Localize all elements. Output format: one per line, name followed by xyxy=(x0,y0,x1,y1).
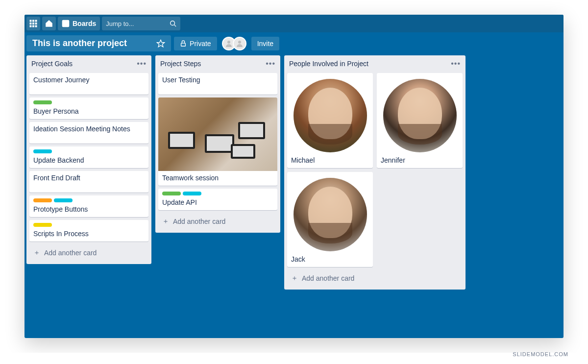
plus-icon: ＋ xyxy=(33,248,40,257)
svg-rect-6 xyxy=(30,25,31,27)
svg-rect-0 xyxy=(30,20,31,22)
person-name: Michael xyxy=(291,156,369,164)
card-title: Ideation Session Meeting Notes xyxy=(33,125,130,133)
search-input[interactable] xyxy=(106,20,160,27)
label-green[interactable] xyxy=(162,192,181,195)
card-cover-image xyxy=(158,97,277,171)
person-card[interactable]: Michael xyxy=(287,73,373,168)
svg-point-16 xyxy=(238,41,241,44)
person-card[interactable]: Jack xyxy=(287,172,373,267)
card-labels xyxy=(162,192,273,195)
search-icon xyxy=(170,20,176,27)
privacy-button[interactable]: Private xyxy=(174,37,217,50)
svg-rect-2 xyxy=(35,20,37,22)
person-icon xyxy=(225,40,233,48)
card-title: Front End Draft xyxy=(33,174,80,182)
card-title: Prototype Buttons xyxy=(33,205,88,213)
avatar xyxy=(383,79,457,152)
svg-rect-3 xyxy=(30,23,31,24)
add-card-label: Add another card xyxy=(44,249,97,257)
list-title[interactable]: Project Goals xyxy=(31,60,73,68)
card-title: Buyer Persona xyxy=(33,107,79,115)
card-title: Customer Journey xyxy=(33,76,89,84)
card-title: Update API xyxy=(162,198,197,206)
search-input-wrap[interactable] xyxy=(102,17,180,30)
add-card-button[interactable]: ＋ Add another card xyxy=(287,270,463,287)
svg-rect-9 xyxy=(63,21,69,27)
list-title[interactable]: Project Steps xyxy=(160,60,201,68)
person-card[interactable]: Jennifer xyxy=(377,73,463,168)
svg-rect-7 xyxy=(33,25,34,27)
boards-button[interactable]: Boards xyxy=(58,17,100,30)
board-title-text: This is another project xyxy=(32,38,127,49)
boards-icon xyxy=(62,20,70,27)
label-blue[interactable] xyxy=(33,149,52,153)
board-title[interactable]: This is another project xyxy=(26,35,171,51)
home-button[interactable] xyxy=(42,17,56,30)
list-project-goals: Project Goals ••• Customer Journey Buyer… xyxy=(26,55,151,264)
card[interactable]: User Testing xyxy=(158,73,277,95)
grid-icon xyxy=(29,20,37,27)
star-icon[interactable] xyxy=(156,39,165,48)
label-yellow[interactable] xyxy=(33,223,52,227)
card[interactable]: Update API xyxy=(158,189,277,210)
list-project-steps: Project Steps ••• User Testing Teamwork … xyxy=(155,55,280,233)
invite-label: Invite xyxy=(257,40,273,48)
board-members[interactable] xyxy=(220,37,248,50)
svg-point-11 xyxy=(171,21,175,25)
label-blue[interactable] xyxy=(54,198,73,202)
list-title[interactable]: People Involved in Project xyxy=(289,60,368,68)
card-title: Update Backend xyxy=(33,156,84,164)
card-labels xyxy=(33,198,145,202)
svg-line-12 xyxy=(174,25,176,27)
list-people-involved: People Involved in Project ••• Michael J… xyxy=(284,55,466,290)
card[interactable]: Buyer Persona xyxy=(29,97,148,119)
plus-icon: ＋ xyxy=(291,274,298,283)
avatar xyxy=(294,178,367,251)
card-labels xyxy=(33,100,145,104)
svg-rect-1 xyxy=(33,20,34,22)
card[interactable]: Ideation Session Meeting Notes xyxy=(29,122,148,144)
label-green[interactable] xyxy=(33,100,52,104)
list-header: Project Steps ••• xyxy=(158,58,277,70)
app-window: Boards This is another project Private I… xyxy=(24,15,564,338)
list-menu-button[interactable]: ••• xyxy=(266,59,275,68)
invite-button[interactable]: Invite xyxy=(251,37,279,50)
add-card-label: Add another card xyxy=(173,218,225,225)
card-labels xyxy=(33,149,145,153)
member-avatar[interactable] xyxy=(233,37,246,50)
avatar xyxy=(294,79,367,152)
card[interactable]: Front End Draft xyxy=(29,171,148,193)
watermark: SLIDEMODEL.COM xyxy=(513,351,568,353)
svg-rect-14 xyxy=(181,43,186,46)
card-labels xyxy=(33,223,145,227)
label-orange[interactable] xyxy=(33,198,52,202)
card[interactable]: Prototype Buttons xyxy=(29,195,148,217)
label-blue[interactable] xyxy=(183,192,201,195)
home-icon xyxy=(45,20,53,27)
card[interactable]: Update Backend xyxy=(29,146,148,168)
card-title: Scripts In Process xyxy=(33,230,89,238)
list-header: People Involved in Project ••• xyxy=(287,58,463,70)
list-header: Project Goals ••• xyxy=(29,58,148,70)
svg-point-15 xyxy=(227,41,230,44)
person-name: Jennifer xyxy=(381,156,459,164)
board-canvas: Project Goals ••• Customer Journey Buyer… xyxy=(24,55,564,290)
person-icon xyxy=(236,40,244,48)
person-name: Jack xyxy=(291,255,369,263)
svg-rect-5 xyxy=(35,23,37,24)
add-card-button[interactable]: ＋ Add another card xyxy=(29,244,148,261)
apps-menu-button[interactable] xyxy=(26,17,40,30)
card[interactable]: Scripts In Process xyxy=(29,220,148,242)
add-card-label: Add another card xyxy=(302,274,354,282)
add-card-button[interactable]: ＋ Add another card xyxy=(158,213,277,230)
privacy-label: Private xyxy=(190,40,211,48)
svg-rect-8 xyxy=(35,25,37,27)
board-header: This is another project Private Invite xyxy=(24,32,564,55)
list-menu-button[interactable]: ••• xyxy=(451,59,461,68)
card[interactable]: Customer Journey xyxy=(29,73,148,95)
plus-icon: ＋ xyxy=(162,217,169,226)
card[interactable]: Teamwork session xyxy=(158,97,277,186)
list-menu-button[interactable]: ••• xyxy=(137,59,147,68)
svg-rect-4 xyxy=(33,23,34,24)
